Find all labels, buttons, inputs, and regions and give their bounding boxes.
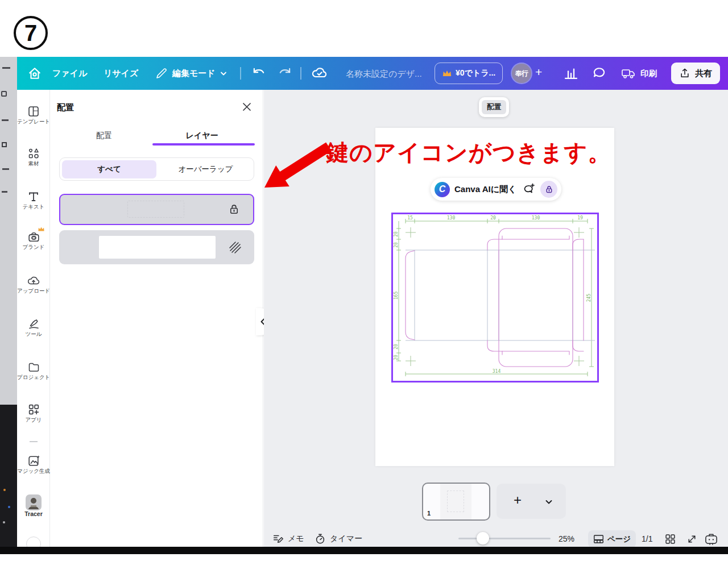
sidebar-item-elements[interactable]: 素材 [17, 147, 50, 168]
layer-thumbnail-faint [127, 201, 184, 218]
brand-crown-icon [38, 226, 45, 232]
svg-text:co: co [32, 236, 35, 239]
apps-icon [17, 402, 50, 417]
arrange-tooltip-label: 配置 [482, 100, 506, 114]
assistant-robot-icon [704, 533, 718, 546]
sidebar-item-tools[interactable]: ツール [17, 317, 50, 338]
speech-bubble-icon [587, 63, 612, 84]
notes-icon [272, 533, 284, 545]
layer-row-background[interactable] [59, 230, 254, 264]
home-button[interactable] [26, 65, 43, 82]
sidebar-item-apps[interactable]: アプリ [17, 402, 50, 424]
trial-label: ¥0でトラ... [456, 68, 495, 78]
tab-position[interactable]: 配置 [59, 131, 149, 141]
sidebar-item-projects[interactable]: プロジェクト [17, 360, 50, 381]
add-member-button[interactable]: + [535, 65, 542, 79]
dim-top-15: 15 [407, 215, 413, 221]
screenshot-root: 7 ファイル リサイズ [0, 0, 728, 582]
lock-icon [228, 203, 241, 216]
elements-icon [17, 147, 50, 160]
grid-view-button[interactable] [664, 533, 676, 545]
templates-icon [17, 105, 50, 118]
bar-chart-icon [559, 63, 584, 84]
notes-button[interactable]: メモ [272, 533, 304, 545]
sidebar-item-text[interactable]: テキスト [17, 190, 50, 211]
timer-icon [314, 533, 326, 545]
zoom-slider-track[interactable] [458, 538, 551, 539]
redo-button[interactable] [276, 65, 293, 82]
dim-left-20b: 20 [394, 242, 399, 248]
folder-icon [17, 360, 50, 374]
comment-plus-icon[interactable] [521, 182, 536, 197]
grid-view-icon [664, 533, 676, 545]
sidebar-item-brand[interactable]: co ブランド [17, 230, 50, 251]
undo-button[interactable] [250, 65, 267, 82]
comments-button[interactable] [587, 63, 612, 84]
zoom-slider-handle[interactable] [477, 532, 489, 544]
page-thumbnail-1[interactable]: 1 [422, 483, 490, 521]
step-number-badge: 7 [14, 16, 48, 50]
page-view-button[interactable]: ページ [588, 530, 636, 548]
page-view-icon [593, 534, 604, 544]
add-page-plus: + [514, 492, 522, 508]
design-title[interactable]: 名称未設定のデザ... [346, 69, 422, 80]
top-toolbar: ファイル リサイズ 編集モード [17, 57, 728, 90]
sidebar-item-uploads[interactable]: アップロード [17, 274, 50, 295]
chevron-down-icon [220, 65, 228, 82]
transparency-hatch-icon [228, 240, 242, 255]
layer-thumbnail-white [99, 236, 216, 259]
add-page-button[interactable]: + [497, 484, 566, 519]
ai-lock-button[interactable] [540, 181, 557, 198]
sidebar-item-tracer[interactable]: Tracer [17, 494, 50, 517]
background-window-dark-area [0, 405, 17, 547]
tracer-app-icon [26, 494, 42, 510]
layer-row-locked[interactable] [59, 194, 254, 225]
canva-ai-label: Canva AIに聞く [454, 184, 516, 195]
menu-resize[interactable]: リサイズ [104, 68, 138, 79]
background-window-sliver [0, 57, 17, 547]
add-page-chevron-icon [544, 497, 553, 506]
timer-button[interactable]: タイマー [314, 533, 362, 545]
account-avatar[interactable]: 奉行 [512, 64, 531, 83]
page-indicator: 1/1 [642, 534, 652, 543]
save-status-button[interactable] [311, 64, 329, 82]
left-sidebar: テンプレート 素材 テキスト [17, 90, 50, 547]
dieline-element-selected[interactable]: 15 130 20 130 19 20 20 165 20 20 245 314 [391, 213, 599, 383]
insights-button[interactable] [559, 63, 584, 84]
dim-bottom-314: 314 [493, 369, 501, 374]
timer-label: タイマー [330, 534, 362, 544]
assistant-button[interactable] [704, 533, 718, 546]
print-button[interactable]: 印刷 [615, 63, 663, 84]
dim-left-20a: 20 [394, 231, 399, 237]
canva-ai-button[interactable]: C Canva AIに聞く [431, 178, 561, 201]
fullscreen-button[interactable] [686, 533, 698, 545]
trial-button[interactable]: ¥0でトラ... [435, 63, 503, 84]
pencil-icon [155, 65, 168, 82]
sidebar-divider [30, 441, 38, 442]
dim-left-20d: 20 [394, 355, 399, 360]
sidebar-item-magic-generate[interactable]: マジック生成 [17, 454, 50, 475]
print-label: 印刷 [640, 68, 657, 79]
sidebar-item-templates[interactable]: テンプレート [17, 105, 50, 126]
zoom-level[interactable]: 25% [559, 534, 574, 543]
undo-icon [250, 65, 267, 82]
dim-top-19: 19 [577, 215, 583, 221]
annotation-arrow [259, 136, 336, 193]
edit-mode-button[interactable]: 編集モード [155, 65, 228, 82]
segment-all[interactable]: すべて [62, 160, 156, 178]
dim-right-245: 245 [586, 294, 592, 302]
redo-icon [276, 65, 293, 82]
share-button[interactable]: 共有 [671, 63, 720, 84]
edit-mode-label: 編集モード [172, 68, 216, 79]
pen-tool-icon [17, 317, 50, 331]
segment-overlap[interactable]: オーバーラップ [159, 160, 253, 178]
share-upload-icon [679, 68, 690, 79]
menu-file[interactable]: ファイル [52, 68, 87, 79]
page-view-label: ページ [607, 534, 631, 544]
arrange-tooltip: 配置 [479, 97, 509, 117]
text-icon [17, 190, 50, 203]
tab-layers[interactable]: レイヤー [149, 131, 255, 141]
panel-close-button[interactable] [241, 101, 253, 113]
layers-filter-segmented-control: すべて オーバーラップ [59, 157, 254, 181]
dim-top-130a: 130 [447, 215, 456, 221]
